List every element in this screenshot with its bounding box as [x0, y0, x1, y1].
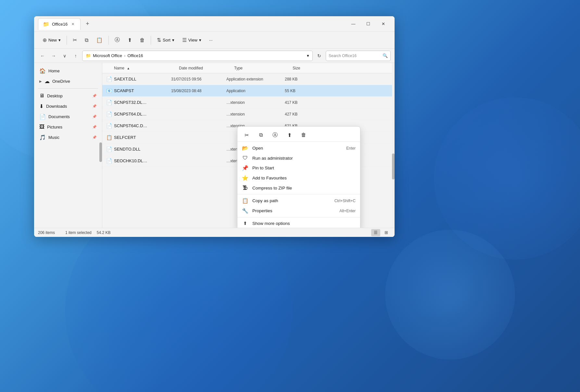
- new-icon: ⊕: [43, 37, 47, 43]
- share-button[interactable]: ⬆: [124, 34, 135, 46]
- search-box[interactable]: Search Office16 🔍: [326, 51, 391, 61]
- col-header-type[interactable]: Type: [234, 66, 293, 70]
- pictures-icon: 🖼: [39, 124, 44, 130]
- ctx-compress-label: Compress to ZIP file: [252, 186, 352, 190]
- sidebar-label-downloads: Downloads: [46, 104, 67, 109]
- sort-icon: ⇅: [157, 37, 161, 43]
- new-dropdown-icon: ▾: [58, 38, 61, 43]
- sort-dropdown-icon: ▾: [172, 38, 174, 43]
- desktop-pin-icon: 📌: [92, 94, 97, 98]
- sidebar-scrollbar-thumb[interactable]: [99, 142, 102, 162]
- ctx-rename-button[interactable]: Ⓐ: [269, 130, 281, 140]
- ctx-moreoptions-item[interactable]: ⬆ Show more options: [237, 219, 360, 228]
- sidebar-item-onedrive[interactable]: ▶ ☁ OneDrive: [35, 76, 101, 86]
- ctx-properties-item[interactable]: 🔧 Properties Alt+Enter: [237, 206, 360, 216]
- ctx-share-button[interactable]: ⬆: [284, 130, 295, 140]
- file-icon-scnpst64c: 📄: [106, 123, 114, 129]
- onedrive-icon: ☁: [44, 78, 50, 84]
- ctx-copypath-shortcut: Ctrl+Shift+C: [334, 199, 356, 203]
- view-button[interactable]: ☰ View ▾: [179, 34, 205, 46]
- new-button[interactable]: ⊕ New ▾: [39, 34, 64, 46]
- ctx-pintostart-item[interactable]: 📌 Pin to Start: [237, 163, 360, 173]
- file-date-scanpst: 15/08/2023 08:48: [171, 89, 226, 93]
- file-icon-scnpst64: 📄: [106, 111, 114, 117]
- file-size-scnpst32: 417 KB: [285, 100, 297, 105]
- cut-button[interactable]: ✂: [69, 34, 80, 46]
- ctx-runas-label: Run as administrator: [252, 156, 352, 161]
- path-folder-icon: 📁: [86, 53, 91, 58]
- file-icon-scnpst32: 📄: [106, 100, 114, 105]
- explorer-window: 📁 Office16 ✕ + — ☐ ✕ ⊕ New ▾ ✂ ⧉ 📋 Ⓐ: [34, 16, 395, 237]
- paste-button[interactable]: 📋: [93, 34, 106, 46]
- dropdown-button[interactable]: ∨: [60, 51, 69, 60]
- file-list-scrollbar-thumb[interactable]: [392, 153, 395, 179]
- ctx-runas-item[interactable]: 🛡 Run as administrator: [237, 153, 360, 163]
- ctx-cut-button[interactable]: ✂: [241, 130, 252, 140]
- sidebar-label-pictures: Pictures: [47, 125, 62, 129]
- window-controls: — ☐ ✕: [346, 19, 391, 29]
- sidebar-item-desktop[interactable]: 🖥 Desktop 📌: [35, 91, 101, 101]
- ctx-favourite-item[interactable]: ⭐ Add to Favourites: [237, 173, 360, 183]
- pictures-pin-icon: 📌: [92, 125, 97, 129]
- file-name-sendto: SENDTO.DLL: [114, 147, 171, 152]
- ctx-compress-icon: 🗜: [242, 185, 248, 191]
- refresh-button[interactable]: ↻: [315, 51, 324, 60]
- sidebar-item-pictures[interactable]: 🖼 Pictures 📌: [35, 122, 101, 132]
- file-row-scnpst32[interactable]: 📄 SCNPST32.DL… …xtension 417 KB: [102, 97, 395, 108]
- file-row[interactable]: 📄 SAEXT.DLL 31/07/2015 09:56 Application…: [102, 73, 395, 85]
- back-button[interactable]: ←: [38, 51, 47, 60]
- active-tab[interactable]: 📁 Office16 ✕: [38, 18, 81, 30]
- col-header-date[interactable]: Date modified: [179, 66, 234, 70]
- delete-button[interactable]: 🗑: [136, 34, 148, 46]
- tab-close-button[interactable]: ✕: [70, 21, 76, 27]
- sort-button[interactable]: ⇅ Sort ▾: [154, 34, 178, 46]
- col-header-size[interactable]: Size: [293, 66, 300, 70]
- ctx-divider-1: [237, 194, 360, 194]
- file-type-saext: Application extension: [226, 77, 285, 81]
- ctx-compress-item[interactable]: 🗜 Compress to ZIP file: [237, 183, 360, 193]
- ctx-copypath-item[interactable]: 📋 Copy as path Ctrl+Shift+C: [237, 196, 360, 206]
- list-view-toggle[interactable]: ☰: [371, 229, 380, 236]
- minimize-button[interactable]: —: [346, 19, 361, 29]
- more-icon: ···: [209, 38, 213, 43]
- sidebar-item-downloads[interactable]: ⬇ Downloads 📌: [35, 101, 101, 111]
- close-button[interactable]: ✕: [376, 19, 391, 29]
- grid-view-toggle[interactable]: ⊞: [382, 229, 391, 236]
- file-date-saext: 31/07/2015 09:56: [171, 77, 226, 81]
- ctx-pintostart-label: Pin to Start: [252, 165, 352, 170]
- file-row-scnpst64[interactable]: 📄 SCNPST64.DL… …xtension 427 KB: [102, 108, 395, 120]
- copy-button[interactable]: ⧉: [82, 34, 92, 46]
- downloads-pin-icon: 📌: [92, 104, 97, 108]
- rename-icon: Ⓐ: [115, 37, 120, 43]
- path-separator-1: ›: [124, 53, 125, 58]
- cut-icon: ✂: [73, 37, 77, 43]
- new-tab-button[interactable]: +: [83, 19, 92, 29]
- file-list: Name ▲ Date modified Type Size 📄 SAEXT.D…: [102, 63, 395, 228]
- file-list-scrollbar-track[interactable]: [392, 63, 395, 228]
- more-button[interactable]: ···: [206, 34, 216, 46]
- maximize-button[interactable]: ☐: [361, 19, 376, 29]
- paste-icon: 📋: [96, 37, 103, 43]
- sidebar-label-onedrive: OneDrive: [52, 79, 70, 84]
- tab-title: Office16: [52, 22, 68, 27]
- ctx-copy-button[interactable]: ⧉: [255, 130, 267, 140]
- sidebar-label-home: Home: [48, 68, 60, 73]
- sidebar-item-music[interactable]: 🎵 Music 📌: [35, 132, 101, 142]
- rename-button[interactable]: Ⓐ: [111, 34, 123, 46]
- file-row-scanpst[interactable]: 📧 SCANPST 15/08/2023 08:48 Application 5…: [102, 85, 395, 97]
- home-icon: 🏠: [39, 68, 46, 74]
- up-button[interactable]: ↑: [71, 51, 80, 60]
- address-path[interactable]: 📁 Microsoft Office › Office16 ▾: [82, 51, 313, 61]
- ctx-properties-label: Properties: [252, 208, 335, 213]
- ctx-open-item[interactable]: 📂 Open Enter: [237, 143, 360, 153]
- file-icon-sendto: 📄: [106, 146, 114, 152]
- forward-button[interactable]: →: [49, 51, 58, 60]
- sidebar-item-home[interactable]: 🏠 Home: [35, 66, 101, 76]
- ctx-copypath-label: Copy as path: [252, 198, 331, 203]
- view-icon: ☰: [182, 37, 187, 43]
- ctx-delete-button[interactable]: 🗑: [298, 130, 309, 140]
- path-dropdown-icon[interactable]: ▾: [307, 53, 309, 58]
- sidebar-item-documents[interactable]: 📄 Documents 📌: [35, 111, 101, 122]
- col-header-name[interactable]: Name ▲: [114, 66, 179, 70]
- music-pin-icon: 📌: [92, 135, 97, 140]
